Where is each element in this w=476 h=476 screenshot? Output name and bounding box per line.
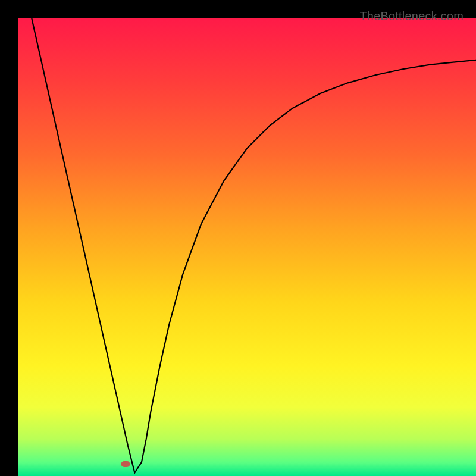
chart-background [18,18,476,476]
chart-frame: TheBottleneck.com [9,9,467,467]
optimum-marker [121,461,130,467]
bottleneck-chart [18,18,476,476]
watermark-text: TheBottleneck.com [359,10,464,23]
